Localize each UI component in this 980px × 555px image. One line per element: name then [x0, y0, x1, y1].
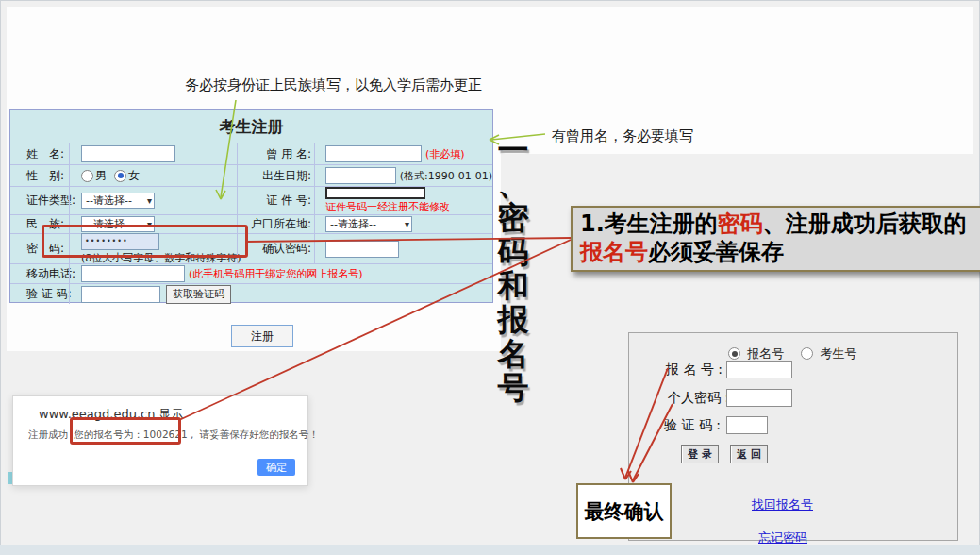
screenshot-root: 务必按身份证上民族填写，以免入学后需办更正 考生注册 姓 名: 曾 用 名: (… [0, 0, 980, 555]
examno-radio[interactable] [801, 347, 813, 360]
gender-male-label: 男 [95, 168, 107, 184]
birth-label: 出生日期: [262, 168, 311, 184]
register-button[interactable]: 注册 [231, 325, 293, 347]
id-no-label: 证 件 号: [266, 193, 311, 209]
gender-female-label: 女 [128, 168, 140, 184]
confirm-password-label: 确认密码: [262, 241, 311, 257]
name-label: 姓 名: [26, 146, 64, 162]
tip-password-red: 密码 [718, 210, 763, 237]
forgot-password-link[interactable]: 忘记密码 [758, 530, 807, 547]
final-confirm-box: 最终确认 [576, 483, 672, 539]
birth-input[interactable] [325, 167, 396, 184]
get-captcha-button[interactable]: 获取验证码 [166, 285, 231, 304]
row-name: 姓 名: 曾 用 名: (非必填) [10, 143, 492, 164]
dropdown-arrow-icon: ▾ [405, 220, 409, 229]
login-button[interactable]: 登 录 [681, 445, 719, 463]
captcha-label: 验 证 码: [26, 286, 72, 302]
row-gender: 性 别: 男 女 出生日期: (格式:1990-01-01) [10, 164, 492, 186]
mobile-note: (此手机号码用于绑定您的网上报名号) [189, 267, 363, 281]
gender-male-radio[interactable] [81, 170, 93, 182]
back-button[interactable]: 返 回 [730, 445, 768, 463]
former-name-input[interactable] [325, 145, 422, 162]
examno-radio-label: 考生号 [820, 346, 856, 361]
id-no-input[interactable] [325, 187, 425, 199]
regno-radio-label: 报名号 [747, 346, 784, 361]
regno-radio[interactable] [728, 347, 740, 360]
tip-regno-red: 报名号 [580, 239, 648, 265]
id-no-note: 证件号码一经注册不能修改 [325, 200, 450, 214]
birth-format-note: (格式:1990-01-01) [400, 169, 492, 183]
name-input[interactable] [81, 145, 175, 162]
login-captcha-label: 验 证 码 : [664, 417, 721, 434]
confirm-password-input[interactable] [325, 241, 399, 258]
former-name-label: 曾 用 名: [266, 146, 311, 162]
id-type-select[interactable]: --请选择-- ▾ [81, 193, 155, 209]
former-name-annotation: 有曾用名，务必要填写 [552, 127, 693, 145]
login-captcha-input[interactable] [726, 416, 768, 434]
alert-ok-button[interactable]: 确定 [257, 459, 295, 476]
login-regno-label: 报 名 号 : [666, 362, 723, 378]
gender-female-radio[interactable] [114, 170, 126, 182]
gender-label: 性 别: [26, 168, 64, 184]
login-regno-input[interactable] [726, 361, 792, 378]
row-mobile: 移动电话: (此手机号码用于绑定您的网上报名号) [10, 263, 492, 283]
registry-label: 户口所在地: [251, 216, 311, 232]
row-id: 证件类型: --请选择-- ▾ 证 件 号: 证件号码一经注册不能修改 [10, 186, 492, 214]
registration-form: 考生注册 姓 名: 曾 用 名: (非必填) 性 别: 男 女 出生日期: (格… [9, 109, 493, 303]
row-captcha: 验 证 码: 获取验证码 [10, 283, 492, 304]
tip-box: 1.考生注册的密码、注册成功后获取的报名号必须妥善保存 [571, 206, 980, 272]
former-name-note: (非必填) [425, 147, 465, 161]
password-highlight-rect [42, 225, 248, 258]
minzu-annotation: 务必按身份证上民族填写，以免入学后需办更正 [185, 76, 482, 94]
login-password-input[interactable] [726, 389, 792, 407]
captcha-input[interactable] [81, 286, 160, 303]
regno-highlight-rect [70, 417, 181, 445]
bottom-strip [0, 545, 980, 555]
vertical-section-title: 一 、 密 码 和 报 名 号 [493, 133, 533, 405]
registration-form-title: 考生注册 [10, 110, 492, 143]
mobile-input[interactable] [81, 265, 185, 282]
registry-select[interactable]: --请选择-- ▾ [325, 216, 412, 232]
dropdown-arrow-icon: ▾ [147, 196, 152, 206]
login-password-label: 个人密码 : [668, 390, 729, 407]
find-regno-link[interactable]: 找回报名号 [752, 496, 813, 513]
